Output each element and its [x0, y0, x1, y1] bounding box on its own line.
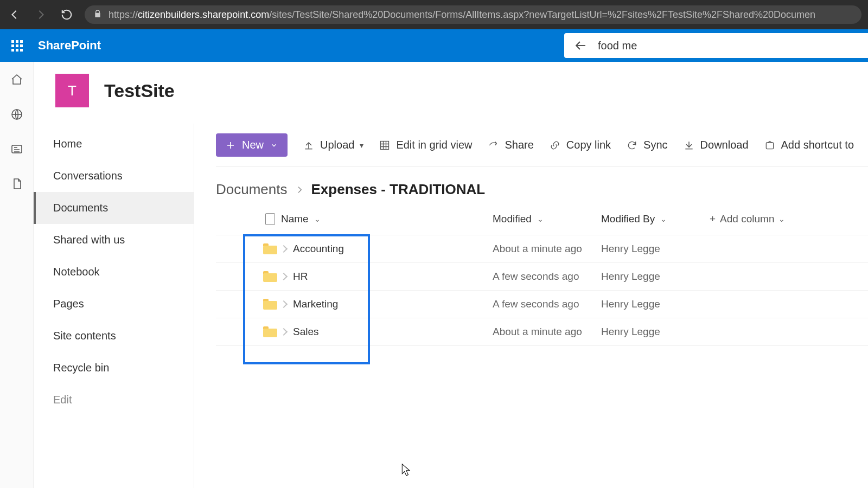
- download-label: Download: [700, 139, 749, 151]
- breadcrumb-current: Expenses - TRADITIONAL: [311, 181, 486, 198]
- nav-conversations[interactable]: Conversations: [34, 160, 194, 192]
- item-modified-by[interactable]: Henry Legge: [601, 326, 660, 338]
- upload-button[interactable]: Upload ▾: [303, 139, 363, 151]
- add-column-button[interactable]: + Add column ⌄: [710, 213, 868, 225]
- chevron-down-icon: ▾: [360, 141, 363, 150]
- col-modified-label: Modified: [493, 213, 532, 225]
- col-name-label: Name: [281, 213, 309, 225]
- download-button[interactable]: Download: [683, 139, 749, 151]
- nav-home[interactable]: Home: [34, 128, 194, 160]
- item-modified: A few seconds ago: [493, 271, 579, 282]
- rail-home-icon[interactable]: [10, 73, 24, 87]
- chevron-down-icon: ⌄: [778, 215, 785, 223]
- browser-address-bar[interactable]: https://citizenbuilders.sharepoint.com/s…: [85, 5, 861, 24]
- nav-notebook[interactable]: Notebook: [34, 256, 194, 288]
- item-modified: A few seconds ago: [493, 298, 579, 310]
- app-rail: [0, 62, 34, 488]
- sync-pending-icon: [280, 245, 288, 253]
- new-button[interactable]: New: [216, 133, 288, 157]
- item-modified-by[interactable]: Henry Legge: [601, 298, 660, 310]
- col-type[interactable]: [259, 213, 281, 225]
- sync-button[interactable]: Sync: [626, 139, 667, 151]
- brand-label[interactable]: SharePoint: [38, 38, 101, 53]
- search-back-button[interactable]: [574, 39, 587, 52]
- item-name[interactable]: Marketing: [293, 298, 338, 310]
- rail-news-icon[interactable]: [10, 142, 24, 156]
- file-icon: [265, 213, 275, 225]
- col-name-header[interactable]: Name ⌄: [281, 213, 493, 225]
- browser-forward-button[interactable]: [33, 7, 49, 23]
- breadcrumb: Documents Expenses - TRADITIONAL: [216, 167, 868, 203]
- list-body: Accounting About a minute ago Henry Legg…: [216, 235, 868, 346]
- item-modified: About a minute ago: [493, 326, 582, 338]
- chevron-down-icon: [270, 142, 278, 149]
- upload-label: Upload: [320, 139, 354, 151]
- item-name[interactable]: HR: [293, 271, 308, 282]
- copy-link-button[interactable]: Copy link: [549, 139, 611, 151]
- folder-icon: [263, 326, 277, 337]
- col-modified-header[interactable]: Modified ⌄: [493, 213, 601, 225]
- share-label: Share: [505, 139, 533, 151]
- sync-pending-icon: [280, 328, 288, 336]
- breadcrumb-root[interactable]: Documents: [216, 181, 288, 198]
- folder-icon: [263, 271, 277, 282]
- library-area: New Upload ▾ Edit in grid: [194, 124, 868, 488]
- item-modified: About a minute ago: [493, 243, 582, 255]
- url-text: https://citizenbuilders.sharepoint.com/s…: [108, 9, 815, 21]
- nav-site-contents[interactable]: Site contents: [34, 320, 194, 352]
- search-input-value: food me: [598, 40, 637, 52]
- browser-back-button[interactable]: [7, 7, 23, 23]
- edit-grid-label: Edit in grid view: [396, 139, 472, 151]
- site-title[interactable]: TestSite: [104, 80, 175, 101]
- sync-icon: [626, 139, 638, 151]
- browser-toolbar: https://citizenbuilders.sharepoint.com/s…: [0, 0, 868, 29]
- browser-reload-button[interactable]: [59, 7, 75, 23]
- table-row[interactable]: Accounting About a minute ago Henry Legg…: [216, 235, 868, 263]
- nav-recycle-bin[interactable]: Recycle bin: [34, 352, 194, 384]
- table-row[interactable]: Marketing A few seconds ago Henry Legge: [216, 291, 868, 318]
- grid-icon: [379, 139, 391, 151]
- table-row[interactable]: HR A few seconds ago Henry Legge: [216, 263, 868, 291]
- item-name[interactable]: Sales: [293, 326, 319, 338]
- copy-link-label: Copy link: [566, 139, 611, 151]
- item-modified-by[interactable]: Henry Legge: [601, 243, 660, 255]
- link-icon: [549, 139, 561, 151]
- nav-shared[interactable]: Shared with us: [34, 224, 194, 256]
- suite-header: SharePoint food me: [0, 29, 868, 62]
- nav-edit[interactable]: Edit: [34, 384, 194, 416]
- nav-pages[interactable]: Pages: [34, 288, 194, 320]
- item-name[interactable]: Accounting: [293, 243, 344, 255]
- share-button[interactable]: Share: [487, 139, 533, 151]
- plus-icon: [226, 140, 235, 150]
- site-header: T TestSite: [34, 62, 868, 124]
- sync-pending-icon: [280, 300, 288, 308]
- list-header: Name ⌄ Modified ⌄ Modified By ⌄ + Add co…: [216, 203, 868, 235]
- upload-icon: [303, 139, 315, 151]
- add-column-label: Add column: [720, 213, 774, 225]
- edit-grid-button[interactable]: Edit in grid view: [379, 139, 472, 151]
- svg-rect-3: [766, 143, 773, 149]
- download-icon: [683, 139, 695, 151]
- folder-icon: [263, 299, 277, 310]
- site-logo[interactable]: T: [55, 74, 89, 107]
- rail-files-icon[interactable]: [10, 177, 24, 191]
- col-modifiedby-label: Modified By: [601, 213, 655, 225]
- chevron-down-icon: ⌄: [314, 215, 321, 223]
- waffle-icon: [11, 40, 23, 52]
- search-box[interactable]: food me: [564, 33, 868, 58]
- chevron-down-icon: ⌄: [660, 215, 667, 223]
- item-modified-by[interactable]: Henry Legge: [601, 271, 660, 282]
- chevron-down-icon: ⌄: [537, 215, 544, 223]
- add-shortcut-button[interactable]: Add shortcut to: [764, 139, 854, 151]
- nav-documents[interactable]: Documents: [34, 192, 194, 224]
- table-row[interactable]: Sales About a minute ago Henry Legge: [216, 318, 868, 346]
- rail-globe-icon[interactable]: [10, 107, 24, 121]
- app-launcher-button[interactable]: [0, 29, 34, 62]
- col-modifiedby-header[interactable]: Modified By ⌄: [601, 213, 710, 225]
- sync-label: Sync: [643, 139, 667, 151]
- chevron-right-icon: [295, 181, 304, 198]
- shortcut-icon: [764, 139, 776, 151]
- plus-icon: +: [710, 213, 716, 225]
- folder-icon: [263, 243, 277, 254]
- new-label: New: [242, 139, 264, 151]
